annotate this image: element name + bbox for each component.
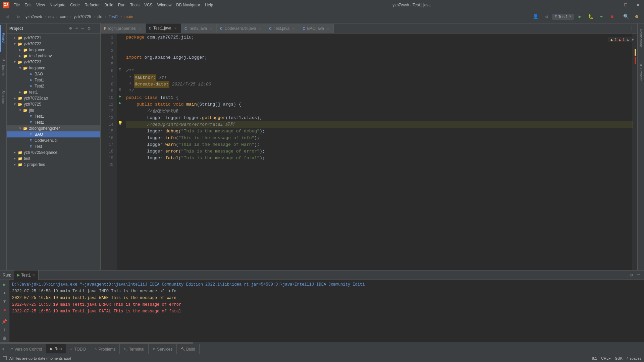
debug-button[interactable]: 🐛 [586, 12, 595, 21]
tab-test2[interactable]: C Test2.java ✕ [181, 24, 217, 33]
close-button[interactable]: ✕ [635, 1, 641, 8]
menu-help[interactable]: Help [205, 3, 213, 7]
gutter-fold-9[interactable]: ⊟ [117, 87, 123, 94]
settings-profile-button[interactable]: ⚙ [632, 12, 641, 21]
menu-file[interactable]: File [13, 3, 20, 7]
run-panel-settings[interactable]: ⚙ [629, 272, 634, 279]
run-toolbar-clear[interactable]: 🗑 [1, 335, 8, 342]
project-panel-locate-btn[interactable]: ⊕ [68, 25, 73, 32]
status-indent[interactable]: 4 spaces [627, 356, 641, 360]
tab-close-codegenutil[interactable]: ✕ [258, 26, 262, 31]
run-toolbar-up[interactable]: ▲ [1, 290, 8, 297]
tree-item-jilu[interactable]: ▼ 📂 jilu [7, 107, 100, 113]
gutter-run-11[interactable]: ▶ [117, 101, 123, 107]
breadcrumb-jilu[interactable]: jilu [98, 14, 103, 19]
menu-navigate[interactable]: Navigate [50, 3, 65, 7]
tree-item-yzh70723[interactable]: ▼ 📂 yzh70723 [7, 59, 100, 65]
project-panel-close-btn[interactable]: ─ [93, 25, 98, 32]
tree-item-test1-1[interactable]: ▶ C Test1 [7, 77, 100, 83]
tab-log4j[interactable]: P log4j.properties ✕ [101, 24, 146, 33]
menu-tools[interactable]: Tools [130, 3, 140, 7]
tree-item-test2-jilu[interactable]: ▶ C Test2 [7, 119, 100, 125]
menu-window[interactable]: Window [157, 3, 172, 7]
project-panel-expand-btn[interactable]: ⋯ [80, 25, 85, 32]
breadcrumb-src[interactable]: src [48, 14, 54, 19]
tree-item-yzh70723dao[interactable]: ▶ 📁 yzh70723dao [7, 95, 100, 101]
bottom-tab-build[interactable]: 🔨 Build [177, 344, 200, 354]
status-charset[interactable]: GBK [615, 356, 623, 360]
search-button[interactable]: 🔍 [621, 12, 631, 21]
breadcrumb-yzh70725[interactable]: yzh70725 [74, 14, 91, 19]
minimize-button[interactable]: ─ [610, 2, 617, 8]
bottom-tab-version-control[interactable]: ⎇ Version Control [5, 344, 46, 354]
menu-build[interactable]: Build [104, 3, 113, 7]
tree-item-yzh70725keqiance[interactable]: ▶ 📁 yzh70725keqiance [7, 149, 100, 156]
bookmarks-panel-toggle[interactable]: Bookmarks [0, 54, 7, 81]
tree-item-1properties[interactable]: ▶ 📁 1 properties [7, 162, 100, 168]
tree-item-bao-selected[interactable]: ▶ C BAO [7, 131, 100, 137]
menu-refactor[interactable]: Refactor [85, 3, 100, 7]
breadcrumb-main[interactable]: main [124, 14, 133, 19]
tab-test[interactable]: C Test.java ✕ [266, 24, 300, 33]
menu-run[interactable]: Run [118, 3, 125, 7]
bottom-tab-run[interactable]: ▶ Run [46, 344, 66, 354]
run-toolbar-pin[interactable]: 📌 [1, 318, 8, 325]
run-toolbar-stop[interactable]: ■ [1, 306, 8, 313]
structure-panel-toggle[interactable]: Structure [0, 84, 7, 111]
status-checkbox[interactable] [3, 356, 7, 360]
tab-close-test1[interactable]: ✕ [173, 26, 177, 31]
bottom-tabs-left-arr[interactable]: ◁ [0, 347, 5, 352]
menu-vcs[interactable]: VCS [144, 3, 153, 7]
tree-item-test1-jilu[interactable]: ▶ C Test1 [7, 113, 100, 119]
tree-item-test[interactable]: ▶ 📁 test [7, 156, 100, 162]
tree-item-zidongshengcher[interactable]: ▼ 📂 zidongshengcher [7, 125, 100, 131]
tab-test1[interactable]: C Test1.java ✕ [146, 23, 181, 33]
project-panel-settings-btn[interactable]: ⚙ [87, 25, 91, 32]
menu-db-navigator[interactable]: DB Navigator [176, 3, 200, 7]
gutter-run-10[interactable]: ▶ [117, 94, 123, 101]
run-tab-test1[interactable]: ▶ Test1 ✕ [14, 270, 39, 280]
status-crlf[interactable]: CRLF [601, 356, 611, 360]
menu-view[interactable]: View [36, 3, 45, 7]
breadcrumb-com[interactable]: com [60, 14, 68, 19]
project-panel-toggle[interactable]: Project [0, 25, 7, 52]
breadcrumb-project[interactable]: yzh7wwb [25, 14, 42, 19]
bottom-tab-problems[interactable]: ⚠ Problems [90, 344, 120, 354]
gutter-fold-6[interactable]: ⊟ [117, 67, 123, 74]
run-config[interactable]: C Test1 ▼ [552, 14, 574, 20]
tree-item-test-zidong[interactable]: ▶ C Test [7, 143, 100, 149]
tab-close-test[interactable]: ✕ [291, 26, 296, 31]
bottom-tab-todo[interactable]: ✓ TODO [66, 344, 90, 354]
tree-item-codegenutil[interactable]: ▶ C CodeGenUtil [7, 137, 100, 143]
coverage-button[interactable]: ☂ [597, 12, 606, 21]
run-output-cmd-link[interactable]: D:\Java\jdk1.8\bin\java.exe [12, 282, 77, 287]
tree-item-keqiance-1[interactable]: ▶ 📁 keqiance [7, 47, 100, 53]
config-dropdown-icon[interactable]: ▼ [569, 15, 571, 18]
tab-codegenutil[interactable]: C CodeGenUtil.java ✕ [217, 24, 266, 33]
project-icon-button[interactable]: 👤 [531, 12, 540, 21]
nav-back-code-button[interactable]: ◁ [541, 12, 551, 21]
db-browser-toggle[interactable]: DB Browser [638, 58, 644, 85]
tree-item-keqiance-2[interactable]: ▼ 📂 keqiance [7, 65, 100, 71]
run-tab-close[interactable]: ✕ [32, 273, 35, 277]
tree-item-test2-1[interactable]: ▶ C Test2 [7, 83, 100, 89]
notifications-toggle[interactable]: Notifications [638, 25, 644, 52]
tree-item-yzh70722[interactable]: ▼ 📂 yzh70722 [7, 41, 100, 47]
menu-code[interactable]: Code [70, 3, 80, 7]
tree-item-test1yubiany[interactable]: ▶ 📁 test1yubiany [7, 53, 100, 59]
tree-item-yzh70725[interactable]: ▼ 📂 yzh70725 [7, 101, 100, 107]
run-button[interactable]: ▶ [575, 12, 585, 21]
menu-edit[interactable]: Edit [24, 3, 32, 7]
forward-button[interactable]: ▷ [14, 12, 23, 21]
tab-close-test2[interactable]: ✕ [209, 26, 213, 31]
run-toolbar-play[interactable]: ▶ [1, 281, 8, 288]
tree-item-yzh70721[interactable]: ▶ 📁 yzh70721 [7, 35, 100, 41]
maximize-button[interactable]: □ [622, 2, 629, 8]
run-toolbar-down[interactable]: ▼ [1, 298, 8, 305]
code-content[interactable]: package com.yzh70725.jilu; import org.ap… [123, 34, 633, 270]
run-panel-minimize[interactable]: ─ [636, 272, 641, 279]
run-scrollbar-thumb[interactable] [0, 342, 193, 344]
nav-up-button[interactable]: ▲ [626, 38, 630, 42]
bottom-tab-services[interactable]: ⚙ Services [149, 344, 177, 354]
status-position[interactable]: 8:1 [592, 356, 597, 360]
